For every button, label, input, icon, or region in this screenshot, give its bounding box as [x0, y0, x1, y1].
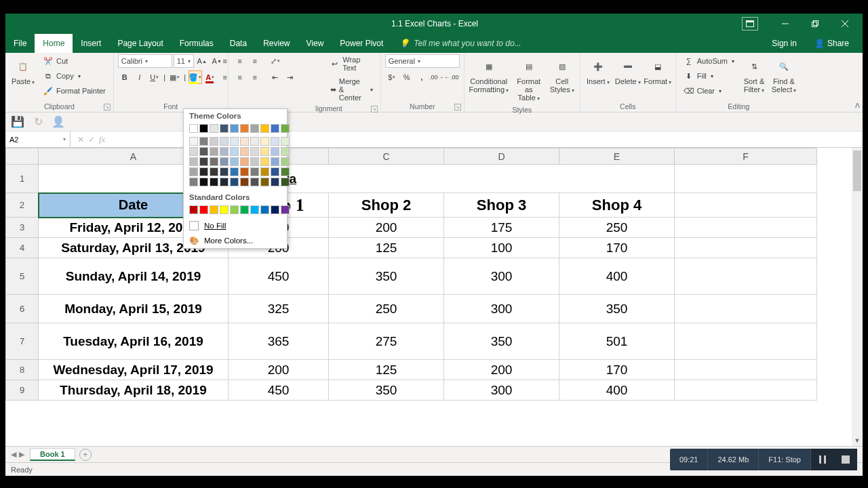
color-swatch[interactable] — [260, 124, 269, 133]
color-swatch[interactable] — [210, 124, 218, 133]
cell[interactable]: Shop 4 — [559, 193, 675, 218]
color-swatch[interactable] — [271, 124, 279, 133]
bold-button[interactable]: B — [118, 70, 132, 84]
color-swatch[interactable] — [189, 167, 198, 176]
color-swatch[interactable] — [281, 167, 290, 176]
align-right-icon[interactable]: ≡ — [248, 70, 262, 84]
color-swatch[interactable] — [210, 157, 218, 166]
color-swatch[interactable] — [220, 124, 229, 133]
row-header-5[interactable]: 5 — [6, 258, 39, 295]
decrease-indent-icon[interactable]: ⇤ — [269, 70, 282, 84]
cell[interactable]: 350 — [329, 258, 444, 295]
recorder-stop-button[interactable] — [834, 449, 857, 470]
format-painter-button[interactable]: 🖌️Format Painter — [39, 84, 109, 98]
number-format-select[interactable]: General — [385, 54, 460, 68]
tab-formulas[interactable]: Formulas — [172, 34, 222, 53]
row-header-1[interactable]: 1 — [6, 165, 39, 193]
cell[interactable] — [675, 165, 817, 193]
cell[interactable]: 170 — [559, 238, 675, 258]
cell[interactable]: 170 — [559, 360, 675, 380]
cell[interactable]: 300 — [444, 380, 559, 401]
cell-styles-button[interactable]: ▧Cell Styles — [549, 54, 576, 96]
align-middle-icon[interactable]: ≡ — [233, 54, 247, 68]
color-swatch[interactable] — [230, 157, 239, 166]
cell[interactable] — [675, 238, 817, 258]
increase-font-icon[interactable]: A▲ — [195, 54, 209, 68]
select-all-corner[interactable] — [6, 148, 39, 165]
color-swatch[interactable] — [220, 147, 229, 156]
cell[interactable]: 350 — [444, 323, 559, 360]
percent-icon[interactable]: % — [400, 70, 414, 84]
name-box[interactable]: A2 — [5, 131, 71, 147]
color-swatch[interactable] — [230, 205, 239, 214]
copy-button[interactable]: ⧉Copy▾ — [39, 69, 109, 83]
cell[interactable]: 350 — [559, 295, 675, 323]
color-swatch[interactable] — [240, 137, 249, 146]
font-size-select[interactable]: 11 — [174, 54, 194, 68]
align-center-icon[interactable]: ≡ — [233, 70, 247, 84]
color-swatch[interactable] — [189, 178, 198, 186]
cell[interactable]: 350 — [329, 380, 444, 401]
borders-button[interactable]: ▦ — [168, 70, 182, 84]
color-swatch[interactable] — [250, 124, 259, 133]
number-dialog-launcher[interactable]: ↘ — [454, 104, 461, 110]
color-swatch[interactable] — [271, 178, 279, 186]
insert-cells-button[interactable]: ➕Insert — [585, 54, 612, 88]
color-swatch[interactable] — [199, 205, 208, 214]
tab-page-layout[interactable]: Page Layout — [109, 34, 171, 53]
tab-power-pivot[interactable]: Power Pivot — [332, 34, 391, 53]
comma-icon[interactable]: , — [415, 70, 429, 84]
increase-decimal-icon[interactable]: .00→ — [430, 70, 443, 84]
cell[interactable]: 250 — [559, 218, 675, 238]
color-swatch[interactable] — [240, 157, 249, 166]
color-swatch[interactable] — [199, 147, 208, 156]
cell[interactable]: Thursday, April 18, 2019 — [39, 380, 229, 401]
maximize-button[interactable] — [802, 14, 829, 34]
cell[interactable]: 450 — [229, 380, 329, 401]
color-swatch[interactable] — [260, 205, 269, 214]
cell[interactable] — [675, 218, 817, 238]
color-swatch[interactable] — [271, 157, 279, 166]
col-header-D[interactable]: D — [444, 148, 559, 165]
enter-formula-icon[interactable]: ✓ — [88, 135, 95, 144]
color-swatch[interactable] — [260, 167, 269, 176]
merge-center-button[interactable]: ⬌Merge & Center▾ — [327, 76, 376, 103]
sign-in-button[interactable]: Sign in — [765, 39, 804, 48]
sheet-tab-book1[interactable]: Book 1 — [30, 448, 75, 461]
color-swatch[interactable] — [199, 124, 208, 133]
color-swatch[interactable] — [271, 147, 279, 156]
color-swatch[interactable] — [260, 157, 269, 166]
cell[interactable]: 300 — [444, 295, 559, 323]
more-colors-option[interactable]: 🎨 More Colors... — [184, 233, 287, 248]
color-swatch[interactable] — [210, 137, 218, 146]
color-swatch[interactable] — [281, 124, 290, 133]
color-swatch[interactable] — [189, 205, 198, 214]
conditional-formatting-button[interactable]: ▦Conditional Formatting — [469, 54, 509, 96]
row-header-2[interactable]: 2 — [6, 193, 39, 218]
color-swatch[interactable] — [210, 167, 218, 176]
color-swatch[interactable] — [281, 137, 290, 146]
color-swatch[interactable] — [271, 167, 279, 176]
color-swatch[interactable] — [220, 178, 229, 186]
cell[interactable]: 175 — [444, 218, 559, 238]
currency-icon[interactable]: $ — [385, 70, 399, 84]
tab-insert[interactable]: Insert — [73, 34, 109, 53]
format-as-table-button[interactable]: ▤Format as Table — [512, 54, 546, 104]
color-swatch[interactable] — [250, 178, 259, 186]
clear-button[interactable]: ⌫Clear▾ — [680, 84, 738, 98]
color-swatch[interactable] — [199, 178, 208, 186]
align-top-icon[interactable]: ≡ — [218, 54, 232, 68]
cell[interactable]: Sales Data — [229, 165, 675, 193]
color-swatch[interactable] — [250, 167, 259, 176]
color-swatch[interactable] — [230, 124, 239, 133]
row-header-9[interactable]: 9 — [6, 380, 39, 401]
cell[interactable] — [675, 295, 817, 323]
cell[interactable]: 325 — [229, 295, 329, 323]
row-header-8[interactable]: 8 — [6, 360, 39, 380]
decrease-decimal-icon[interactable]: ←.00 — [445, 70, 458, 84]
clipboard-dialog-launcher[interactable]: ↘ — [104, 104, 111, 110]
cell[interactable]: 250 — [329, 295, 444, 323]
color-swatch[interactable] — [281, 157, 290, 166]
collapse-ribbon-icon[interactable]: ᐱ — [855, 102, 860, 109]
cell[interactable]: 275 — [329, 323, 444, 360]
